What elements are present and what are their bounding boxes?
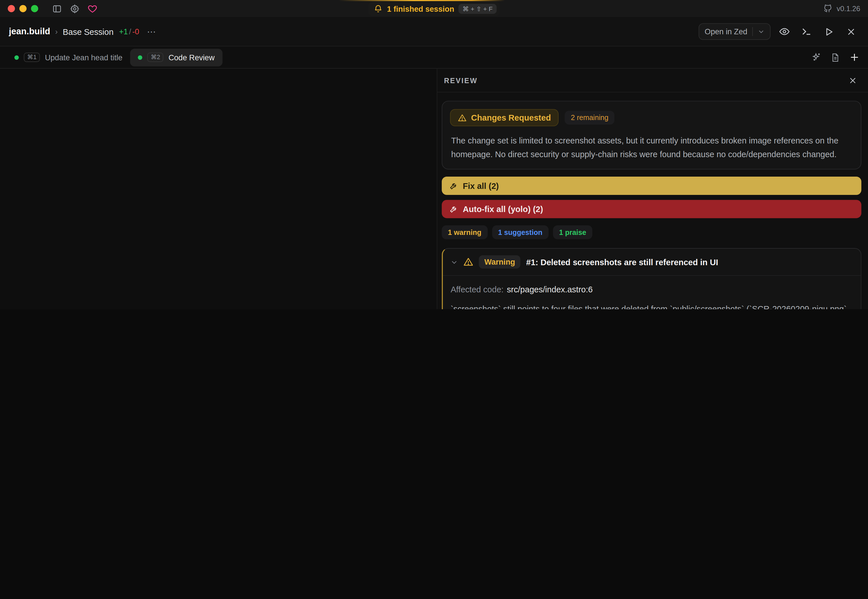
affected-code-row: Affected code:src/pages/index.astro:6 [451, 284, 853, 294]
chevron-down-icon[interactable] [758, 28, 764, 35]
close-session-icon[interactable] [842, 23, 859, 40]
wrench-icon [449, 205, 458, 213]
autofix-all-label: Auto-fix all (yolo) (2) [463, 204, 543, 214]
more-options-icon[interactable]: ⋯ [147, 26, 156, 37]
diff-stat: +1/-0 [119, 27, 139, 36]
open-in-zed-button[interactable]: Open in Zed [698, 23, 770, 40]
suggestion-count-badge: 1 suggestion [492, 226, 548, 239]
review-summary-card: Changes Requested 2 remaining The change… [442, 101, 861, 170]
finished-session-label: 1 finished session [387, 5, 454, 14]
tab-code-review[interactable]: ⌘2 Code Review [130, 48, 222, 66]
heart-icon[interactable] [87, 4, 98, 14]
tab-label: Code Review [168, 53, 215, 62]
bell-icon [374, 5, 383, 14]
zoom-window-button[interactable] [31, 5, 38, 12]
toggle-sidebar-icon[interactable] [52, 4, 62, 14]
chevron-down-icon [451, 258, 458, 265]
version-label: v0.1.26 [836, 5, 860, 13]
preview-eye-icon[interactable] [776, 23, 793, 40]
praise-count-badge: 1 praise [553, 226, 592, 239]
terminal-icon[interactable] [798, 23, 815, 40]
remaining-count-badge: 2 remaining [565, 111, 614, 125]
document-icon[interactable] [828, 50, 842, 64]
review-panel: REVIEW Changes Requested 2 r [437, 69, 868, 309]
run-play-icon[interactable] [820, 23, 837, 40]
affected-code-label: Affected code: [451, 284, 503, 294]
breadcrumb-session[interactable]: Base Session [63, 27, 114, 36]
changes-requested-badge: Changes Requested [450, 109, 559, 126]
severity-badge: Warning [479, 255, 521, 269]
breadcrumb-separator: › [55, 27, 58, 36]
app-title: jean.build [9, 27, 50, 36]
fix-all-label: Fix all (2) [463, 181, 499, 191]
session-header: jean.build › Base Session +1/-0 ⋯ Open i… [0, 17, 868, 47]
review-scroll-area[interactable]: Changes Requested 2 remaining The change… [437, 93, 868, 309]
finished-session-badge[interactable]: 1 finished session ⌘ + ⇧ + F [368, 2, 500, 16]
session-progress-glow [339, 0, 505, 1]
new-tab-plus-icon[interactable] [847, 50, 861, 64]
diff-slash: / [129, 27, 131, 36]
autofix-all-button[interactable]: Auto-fix all (yolo) (2) [442, 200, 861, 218]
session-shortcut-keycap: ⌘ + ⇧ + F [459, 4, 496, 14]
version-area: v0.1.26 [823, 4, 860, 14]
tab-update-jean-head-title[interactable]: ⌘1 Update Jean head title [7, 48, 130, 66]
diff-added: +1 [119, 27, 128, 36]
tab-status-dot [138, 55, 143, 60]
window-controls[interactable] [8, 5, 38, 12]
warning-triangle-icon [458, 113, 467, 122]
button-divider [752, 27, 753, 36]
warning-triangle-icon [463, 257, 473, 267]
finding-counts: 1 warning 1 suggestion 1 praise [442, 226, 861, 239]
github-icon[interactable] [823, 4, 833, 14]
settings-gear-icon[interactable] [70, 4, 80, 14]
review-summary-text: The change set is limited to screenshot … [450, 134, 853, 161]
tab-shortcut-keycap: ⌘1 [24, 53, 40, 62]
wrench-icon [449, 182, 458, 190]
changes-requested-label: Changes Requested [471, 113, 551, 122]
tab-strip: ⌘1 Update Jean head title ⌘2 Code Review [0, 47, 868, 69]
tab-label: Update Jean head title [45, 53, 122, 62]
tab-shortcut-keycap: ⌘2 [147, 53, 164, 62]
close-window-button[interactable] [8, 5, 15, 12]
finding-card-1: Warning #1: Deleted screenshots are stil… [442, 248, 861, 309]
open-in-zed-label: Open in Zed [704, 27, 747, 36]
app-window: 1 finished session ⌘ + ⇧ + F v0.1.26 jea… [0, 0, 868, 309]
menubar: 1 finished session ⌘ + ⇧ + F v0.1.26 [0, 0, 868, 17]
fix-all-button[interactable]: Fix all (2) [442, 177, 861, 195]
review-panel-title: REVIEW [444, 76, 478, 84]
finding-description: `screenshots` still points to four files… [451, 303, 853, 309]
tab-status-dot [14, 55, 19, 60]
review-close-icon[interactable] [845, 72, 860, 88]
diff-removed: -0 [132, 27, 139, 36]
sparkles-icon[interactable] [809, 50, 824, 64]
finding-title: #1: Deleted screenshots are still refere… [526, 257, 718, 266]
conversation-pane: ⠿ ⌘ + L to focus [0, 69, 437, 309]
minimize-window-button[interactable] [20, 5, 27, 12]
affected-code-path: src/pages/index.astro:6 [507, 284, 593, 294]
warning-count-badge: 1 warning [442, 226, 487, 239]
finding-1-header[interactable]: Warning #1: Deleted screenshots are stil… [443, 248, 861, 275]
